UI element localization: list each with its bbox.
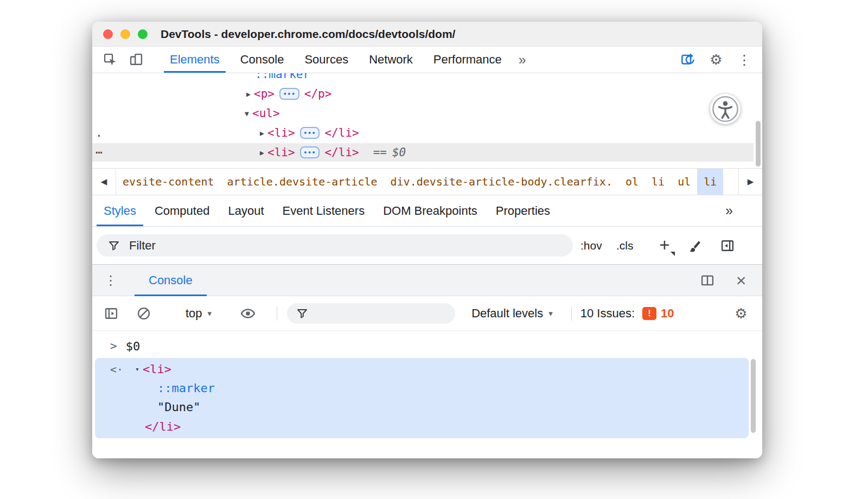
toolbar-divider	[571, 306, 572, 321]
close-icon: ×	[736, 272, 746, 289]
breadcrumb-forward-button[interactable]: ▶	[738, 169, 762, 195]
breadcrumb-item[interactable]: ol	[619, 169, 645, 195]
titlebar[interactable]: DevTools - developer.chrome.com/docs/dev…	[92, 22, 762, 47]
inspect-element-button[interactable]	[101, 50, 119, 69]
li-close-tag: </li>	[324, 146, 359, 159]
result-node-line: <· ▾ <li>	[110, 362, 171, 376]
p-open-tag: <p>	[254, 87, 275, 100]
tab-styles[interactable]: Styles	[94, 195, 145, 226]
tab-elements-label: Elements	[170, 53, 220, 67]
expand-inline-icon[interactable]: •••	[279, 88, 299, 100]
hov-label: :hov	[580, 239, 602, 252]
tab-event-listeners-label: Event Listeners	[283, 204, 365, 218]
log-levels-dropdown[interactable]: Default levels ▾	[471, 306, 553, 321]
more-tabs-icon[interactable]: »	[519, 52, 526, 68]
drawer-menu-button[interactable]: ⋮	[104, 273, 117, 288]
elements-scrollbar-thumb[interactable]	[756, 121, 761, 167]
tab-sources-label: Sources	[304, 53, 348, 67]
console-result-highlighted[interactable]: <· ▾ <li> ::marker "Dune" </li>	[95, 358, 749, 438]
console-scrollbar-thumb[interactable]	[751, 359, 756, 433]
dom-tree: ::marker ▶ <p> ••• </p> ▼ <ul> . ▶ <li> …	[92, 73, 762, 168]
issues-button[interactable]: 10 Issues: ! 10	[580, 306, 674, 321]
device-toolbar-button[interactable]	[127, 50, 145, 69]
tree-row-li-1[interactable]: . ▶ <li> ••• </li>	[92, 124, 754, 142]
element-classes-button[interactable]: .cls	[616, 227, 634, 264]
tab-console[interactable]: Console	[230, 47, 295, 73]
tab-performance[interactable]: Performance	[423, 47, 512, 73]
tree-row-p[interactable]: ▶ <p> ••• </p>	[92, 85, 754, 103]
split-panel-icon	[700, 273, 715, 288]
expanded-arrow-icon[interactable]: ▾	[135, 365, 139, 373]
panel-left-arrow-icon	[720, 238, 735, 253]
dollar-zero-hint: $0	[392, 146, 406, 159]
breadcrumb-item[interactable]: article.devsite-article	[221, 169, 384, 195]
styles-filter-input[interactable]: Filter	[97, 234, 573, 257]
execution-context-dropdown[interactable]: top ▾	[186, 306, 212, 321]
split-panel-button[interactable]	[698, 271, 717, 290]
expand-inline-icon[interactable]: •••	[300, 146, 320, 158]
chevron-down-icon: ▾	[548, 309, 553, 318]
live-expression-button[interactable]	[239, 304, 257, 323]
kebab-menu-icon: ⋮	[738, 53, 751, 67]
breadcrumb-item[interactable]: ul	[671, 169, 697, 195]
close-window-button[interactable]	[103, 29, 113, 39]
tree-row-marker[interactable]: ::marker	[92, 73, 754, 84]
breadcrumb-label: ol	[626, 175, 639, 188]
tab-sources[interactable]: Sources	[294, 47, 359, 73]
tree-row-li-selected[interactable]: ⋯ ▶ <li> ••• </li> == $0	[92, 143, 754, 162]
styles-toolbar: Filter :hov .cls +	[92, 227, 762, 264]
tab-computed[interactable]: Computed	[145, 195, 219, 226]
main-toolbar: Elements Console Sources Network Perform…	[92, 47, 762, 73]
tab-layout[interactable]: Layout	[219, 195, 273, 226]
breadcrumb-item[interactable]: li	[645, 169, 671, 195]
tab-styles-label: Styles	[104, 204, 136, 218]
tab-properties-label: Properties	[496, 204, 550, 218]
drawer-tab-console[interactable]: Console	[135, 265, 207, 296]
filter-funnel-icon	[107, 239, 120, 252]
breadcrumb-label: li	[704, 175, 717, 188]
context-label: top	[186, 306, 202, 321]
more-tabs-icon[interactable]: »	[725, 203, 733, 219]
tree-row-ul[interactable]: ▼ <ul>	[92, 104, 754, 123]
settings-button[interactable]: ⚙	[707, 50, 725, 69]
kebab-menu-icon: ⋮	[104, 273, 117, 287]
close-drawer-button[interactable]: ×	[732, 271, 750, 290]
tab-elements[interactable]: Elements	[159, 47, 230, 73]
tab-properties[interactable]: Properties	[487, 195, 559, 226]
console-command-text: $0	[126, 340, 141, 353]
tab-dom-breakpoints-label: DOM Breakpoints	[383, 204, 477, 218]
accessibility-overlay-button[interactable]	[710, 94, 741, 124]
expand-inline-icon[interactable]: •••	[300, 127, 320, 139]
tab-dom-breakpoints[interactable]: DOM Breakpoints	[374, 195, 487, 226]
gear-icon: ⚙	[735, 306, 747, 321]
breadcrumb: ◀ evsite-content article.devsite-article…	[92, 168, 762, 195]
console-filter-input[interactable]	[287, 303, 455, 324]
reload-devtools-button[interactable]	[679, 50, 697, 69]
breadcrumb-back-button[interactable]: ◀	[92, 169, 116, 195]
tab-network[interactable]: Network	[359, 47, 423, 73]
breadcrumb-item-selected[interactable]: li	[697, 169, 723, 195]
zoom-window-button[interactable]	[138, 29, 148, 39]
console-log: > $0 <· ▾ <li> ::marker "Dune" </li>	[92, 331, 762, 458]
tab-performance-label: Performance	[433, 53, 502, 67]
main-menu-button[interactable]: ⋮	[735, 50, 754, 69]
tab-network-label: Network	[369, 53, 413, 67]
eye-icon	[240, 305, 256, 322]
gutter-dot: .	[95, 126, 103, 139]
console-sidebar-button[interactable]	[102, 304, 120, 323]
clear-console-button[interactable]	[135, 304, 153, 323]
expanded-arrow-icon[interactable]: ▼	[241, 110, 252, 118]
collapsed-arrow-icon[interactable]: ▶	[243, 90, 254, 98]
window-title: DevTools - developer.chrome.com/docs/dev…	[161, 28, 455, 41]
collapsed-arrow-icon[interactable]: ▶	[257, 129, 267, 137]
console-settings-button[interactable]: ⚙	[732, 304, 750, 323]
toggle-sidebar-button[interactable]	[718, 236, 737, 255]
gear-icon: ⚙	[710, 53, 722, 67]
minimize-window-button[interactable]	[120, 29, 130, 39]
breadcrumb-item[interactable]: div.devsite-article-body.clearfix.	[384, 169, 619, 195]
rendering-emulation-button[interactable]	[686, 236, 704, 255]
toggle-element-state-button[interactable]: :hov	[580, 227, 602, 264]
collapsed-arrow-icon[interactable]: ▶	[257, 149, 267, 157]
tab-event-listeners[interactable]: Event Listeners	[273, 195, 374, 226]
breadcrumb-item[interactable]: evsite-content	[116, 169, 221, 195]
